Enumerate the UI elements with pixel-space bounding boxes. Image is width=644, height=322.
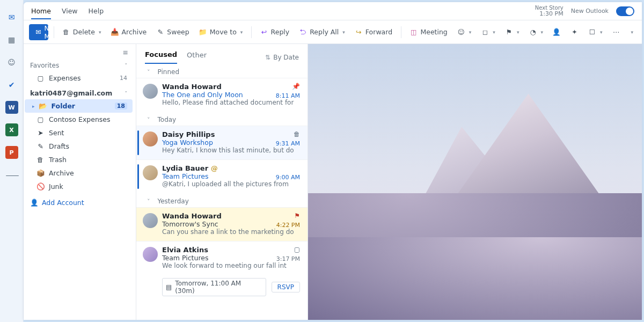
- new-mail-button[interactable]: ✉New Mail ▾: [29, 24, 48, 40]
- ribbon-extra-4[interactable]: ◔▾: [525, 26, 546, 38]
- ribbon-extra-5[interactable]: 👤: [550, 26, 564, 38]
- folder-icon: ▢: [36, 115, 45, 123]
- folder-icon: ▢: [36, 74, 45, 82]
- ribbon-extra-6[interactable]: ✦: [567, 26, 582, 38]
- sort-button[interactable]: ⇅By Date: [265, 54, 299, 61]
- message-time: 4:22 PM: [276, 222, 300, 229]
- new-outlook-label: New Outlook: [571, 8, 609, 14]
- sweep-button[interactable]: ✎Sweep: [153, 26, 192, 38]
- account-header[interactable]: katri0487@gmail.com˅: [25, 85, 133, 99]
- favorites-header[interactable]: Favorites˅: [25, 60, 133, 71]
- person-add-icon: 👤: [30, 199, 39, 207]
- meeting-icon: ◫: [409, 28, 418, 36]
- status-time: Next Story 1:30 PM: [535, 5, 564, 17]
- rail-people-icon[interactable]: ☺: [5, 56, 18, 69]
- message-item[interactable]: 🗑 Daisy Phillips Yoga Workshop 9:31 AM H…: [136, 126, 308, 159]
- folder-contoso-expenses[interactable]: ▢Contoso Expenses: [25, 113, 133, 126]
- hamburger-icon[interactable]: ≡: [123, 48, 128, 56]
- tab-focused[interactable]: Focused: [145, 50, 177, 64]
- folder-pane: ≡ Favorites˅ ▢ Expenses 14 katri0487@gma…: [24, 44, 136, 320]
- folder-drafts[interactable]: ✎Drafts: [25, 140, 133, 153]
- rail-powerpoint-icon[interactable]: P: [5, 146, 18, 159]
- reply-icon: ↩: [260, 28, 268, 36]
- person-icon: 👤: [553, 28, 561, 36]
- tab-other[interactable]: Other: [187, 51, 207, 63]
- move-to-button[interactable]: 📁Move to▾: [196, 26, 246, 38]
- drafts-icon: ✎: [36, 142, 45, 150]
- message-time: 9:31 AM: [276, 140, 300, 147]
- title-tabs: Home View Help Next Story 1:30 PM New Ou…: [24, 2, 642, 20]
- group-pinned[interactable]: Pinned: [136, 64, 308, 78]
- avatar: [143, 213, 158, 228]
- reply-button[interactable]: ↩Reply: [257, 26, 293, 38]
- background-image: [308, 44, 642, 320]
- folder-archive[interactable]: 📦Archive: [25, 166, 133, 180]
- filter-icon: ⇅: [265, 54, 270, 61]
- pin-icon: ✦: [570, 28, 579, 36]
- more-icon: ⋯: [612, 28, 620, 36]
- message-from: Lydia Bauer @: [162, 164, 300, 172]
- ribbon-extra-3[interactable]: ⚑▾: [502, 26, 523, 38]
- message-time: 3:17 PM: [276, 255, 300, 262]
- rail-calendar-icon[interactable]: ▦: [5, 33, 18, 46]
- forward-button[interactable]: ↪Forward: [352, 26, 396, 38]
- tab-view[interactable]: View: [62, 7, 78, 15]
- reply-all-icon: ⮌: [299, 28, 307, 36]
- rail-excel-icon[interactable]: X: [5, 123, 18, 136]
- folder-sent[interactable]: ➤Sent: [25, 126, 133, 140]
- message-item[interactable]: Lydia Bauer @ Team Pictures 9:00 AM @Kat…: [136, 159, 308, 193]
- add-account-button[interactable]: 👤Add Account: [25, 193, 133, 209]
- flag-icon[interactable]: ⚑: [294, 212, 300, 219]
- junk-icon: 🚫: [36, 182, 45, 191]
- ribbon-extra-7[interactable]: ☐▾: [585, 26, 606, 38]
- message-from: Elvia Atkins: [162, 246, 300, 254]
- tab-help[interactable]: Help: [89, 7, 104, 15]
- archive-icon: 📥: [111, 28, 119, 36]
- group-yesterday[interactable]: Yesterday: [136, 193, 308, 207]
- tab-home[interactable]: Home: [31, 7, 51, 19]
- read-icon: ☺: [457, 28, 465, 36]
- folder-expenses[interactable]: ▢ Expenses 14: [25, 71, 133, 85]
- avatar: [143, 165, 158, 180]
- new-outlook-toggle[interactable]: [616, 6, 634, 16]
- message-item[interactable]: ⚑ Wanda Howard Tomorrow's Sync 4:22 PM C…: [136, 207, 308, 241]
- message-preview: Can you share a link to the marketing do: [162, 228, 300, 236]
- mention-icon: @: [211, 164, 218, 172]
- rail-mail-icon[interactable]: ✉: [5, 11, 18, 24]
- trash-icon: 🗑: [36, 156, 45, 164]
- delete-hover-icon[interactable]: 🗑: [294, 130, 300, 138]
- folder-folder[interactable]: ▸ 📂 Folder 18: [25, 99, 133, 113]
- rail-more-icon[interactable]: ——: [5, 169, 18, 181]
- rail-word-icon[interactable]: W: [5, 101, 18, 114]
- pin-icon[interactable]: 📌: [292, 83, 300, 90]
- ribbon-extra-2[interactable]: ◻▾: [478, 26, 499, 38]
- meeting-button[interactable]: ◫Meeting: [406, 26, 450, 38]
- group-today[interactable]: Today: [136, 112, 308, 126]
- folder-junk[interactable]: 🚫Junk: [25, 180, 133, 193]
- trash-icon: 🗑: [62, 28, 70, 36]
- message-list: Focused Other ⇅By Date Pinned 📌 Wanda Ho…: [136, 44, 308, 320]
- folder-trash[interactable]: 🗑Trash: [25, 153, 133, 166]
- ribbon-overflow[interactable]: ⋯: [609, 26, 623, 38]
- mail-icon: ✉: [35, 28, 41, 36]
- message-from: Wanda Howard: [162, 83, 300, 91]
- message-item[interactable]: 📌 Wanda Howard The One and Only Moon 8:1…: [136, 78, 308, 112]
- message-preview: Hey Katri, I know this last minute, but …: [162, 147, 300, 154]
- avatar: [143, 247, 158, 262]
- rail-todo-icon[interactable]: ✔: [5, 78, 18, 91]
- message-item[interactable]: ▢ Elvia Atkins Team Pictures 3:17 PM We …: [136, 241, 308, 275]
- ribbon-extra-1[interactable]: ☺▾: [454, 26, 475, 38]
- avatar: [143, 84, 158, 99]
- message-from: Daisy Phillips: [162, 130, 300, 138]
- reading-pane: [308, 44, 642, 320]
- folder-open-icon: 📂: [39, 102, 47, 110]
- delete-button[interactable]: 🗑Delete▾: [59, 26, 105, 38]
- ribbon-collapse[interactable]: ▾: [626, 27, 636, 37]
- reply-all-button[interactable]: ⮌Reply All▾: [296, 26, 348, 38]
- schedule-icon: ◔: [529, 28, 537, 36]
- folder-move-icon: 📁: [199, 28, 207, 36]
- rsvp-button[interactable]: RSVP: [272, 282, 300, 292]
- archive-button[interactable]: 📥Archive: [107, 26, 150, 38]
- message-from: Wanda Howard: [162, 212, 300, 220]
- message-time: 9:00 AM: [276, 174, 300, 181]
